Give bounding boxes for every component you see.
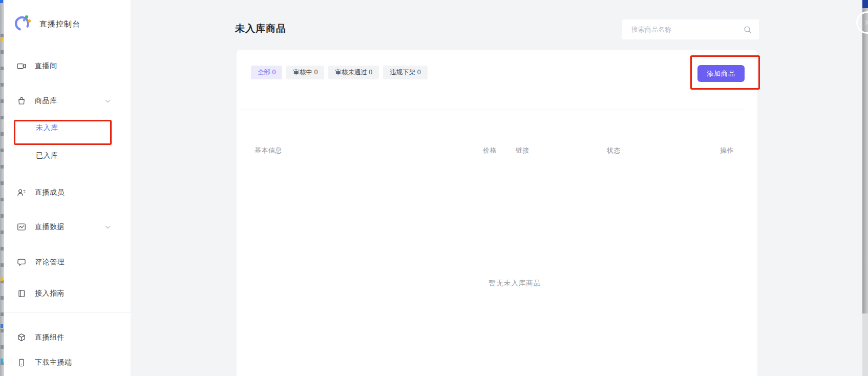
left-edge-window-sliver bbox=[0, 0, 4, 376]
search-box bbox=[622, 19, 759, 39]
column-header-basic-info: 基本信息 bbox=[255, 146, 282, 155]
sidebar-item-label: 评论管理 bbox=[35, 258, 65, 267]
close-icon[interactable]: × bbox=[856, 11, 868, 34]
screen: 直播控制台 直播间 商品库 bbox=[0, 0, 868, 376]
sidebar-item-label: 直播数据 bbox=[35, 222, 65, 232]
sidebar-item-label: 直播成员 bbox=[35, 188, 65, 197]
search-input[interactable] bbox=[622, 26, 744, 33]
left-sliver-blue-fragment bbox=[0, 0, 3, 3]
filter-tab-violation-removed[interactable]: 违规下架 0 bbox=[383, 66, 427, 79]
sidebar-item-product-library[interactable]: 商品库 bbox=[4, 91, 131, 111]
comment-icon bbox=[17, 258, 26, 267]
member-icon bbox=[17, 188, 26, 197]
sidebar-item-download-anchor-app[interactable]: 下载主播端 bbox=[4, 352, 131, 373]
guide-icon bbox=[17, 289, 26, 298]
sidebar-item-in-library[interactable]: 已入库 bbox=[4, 145, 131, 166]
close-glyph: × bbox=[865, 17, 868, 28]
sidebar-item-live-room[interactable]: 直播间 bbox=[4, 56, 131, 76]
column-header-action: 操作 bbox=[720, 146, 734, 155]
column-header-price: 价格 bbox=[483, 146, 497, 155]
right-sliver-blue-fragment bbox=[862, 0, 868, 8]
brand-title: 直播控制台 bbox=[39, 19, 80, 29]
brand: 直播控制台 bbox=[14, 14, 80, 34]
sidebar-item-comment-management[interactable]: 评论管理 bbox=[4, 252, 131, 273]
sidebar-item-live-members[interactable]: 直播成员 bbox=[4, 182, 131, 203]
phone-icon bbox=[17, 358, 26, 367]
sidebar: 直播控制台 直播间 商品库 bbox=[4, 0, 131, 376]
empty-state-text: 暂无未入库商品 bbox=[237, 279, 757, 288]
chevron-down-icon bbox=[105, 225, 111, 229]
status-filter-tabs: 全部 0 审核中 0 审核未通过 0 违规下架 0 bbox=[251, 66, 428, 79]
right-sliver-light-fragment bbox=[862, 314, 868, 376]
page-title: 未入库商品 bbox=[235, 22, 286, 35]
sidebar-item-label: 已入库 bbox=[36, 151, 58, 160]
logo-icon bbox=[14, 14, 31, 34]
chevron-down-icon bbox=[105, 99, 111, 103]
sidebar-item-label: 接入指南 bbox=[35, 289, 65, 298]
left-sliver-yellow-fragment bbox=[1, 277, 3, 281]
cube-icon bbox=[17, 333, 26, 342]
sidebar-item-label: 直播组件 bbox=[35, 333, 65, 342]
sidebar-item-not-in-library[interactable]: 未入库 bbox=[4, 118, 131, 138]
add-product-button[interactable]: 添加商品 bbox=[697, 65, 745, 82]
table-header-row: 基本信息 价格 链接 状态 操作 bbox=[237, 146, 757, 155]
filter-tab-all[interactable]: 全部 0 bbox=[251, 66, 282, 79]
filter-tab-review-failed[interactable]: 审核未通过 0 bbox=[328, 66, 379, 79]
search-icon[interactable] bbox=[744, 26, 752, 34]
left-sliver-yellow-fragment bbox=[1, 37, 3, 41]
right-edge-window-sliver bbox=[862, 0, 868, 376]
chart-icon bbox=[17, 222, 26, 232]
camera-icon bbox=[17, 61, 26, 71]
sidebar-item-label: 下载主播端 bbox=[35, 358, 72, 367]
sidebar-item-label: 直播间 bbox=[35, 61, 57, 71]
content-card: 全部 0 审核中 0 审核未通过 0 违规下架 0 添加商品 基本信息 价格 链… bbox=[237, 50, 757, 376]
sidebar-item-live-data[interactable]: 直播数据 bbox=[4, 217, 131, 237]
sidebar-item-label: 商品库 bbox=[35, 96, 57, 106]
sidebar-item-label: 未入库 bbox=[36, 123, 58, 133]
left-sliver-blue-fragment bbox=[1, 324, 3, 328]
column-header-status: 状态 bbox=[607, 146, 621, 155]
bag-icon bbox=[17, 96, 26, 106]
sidebar-divider bbox=[4, 312, 131, 313]
sidebar-item-integration-guide[interactable]: 接入指南 bbox=[4, 283, 131, 304]
table-header-divider bbox=[241, 110, 744, 110]
left-sliver-blue-fragment bbox=[1, 359, 3, 363]
filter-tab-in-review[interactable]: 审核中 0 bbox=[286, 66, 324, 79]
sidebar-item-live-components[interactable]: 直播组件 bbox=[4, 327, 131, 348]
column-header-link: 链接 bbox=[516, 146, 530, 155]
